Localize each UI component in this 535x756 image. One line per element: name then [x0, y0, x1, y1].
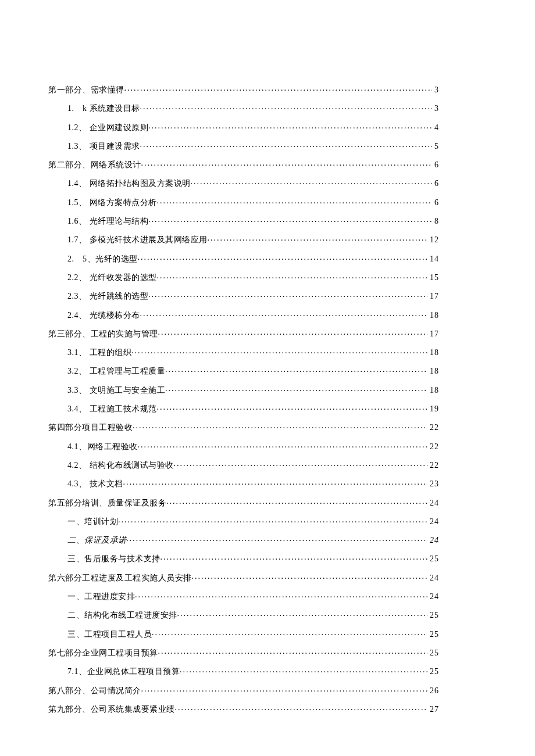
toc-leader-dots	[192, 572, 428, 581]
toc-entry-page: 18	[427, 311, 439, 320]
toc-entry: 二、结构化布线工程进度安排25	[48, 610, 439, 619]
toc-entry-label: 2.3、 光纤跳线的选型	[67, 292, 148, 300]
toc-entry: 3.1、 工程的组织18	[48, 347, 439, 357]
toc-leader-dots	[208, 234, 428, 242]
toc-leader-dots	[180, 666, 427, 674]
toc-entry-page: 25	[427, 555, 439, 563]
toc-entry-label: 2.2、 光纤收发器的选型	[67, 274, 157, 282]
toc-leader-dots	[123, 478, 428, 486]
toc-entry: 4.3、 技术文档23	[48, 478, 439, 488]
toc-entry-page: 8	[432, 217, 439, 225]
toc-leader-dots	[141, 685, 428, 693]
toc-leader-dots	[140, 103, 433, 111]
toc-leader-dots	[127, 535, 428, 543]
toc-entry-page: 25	[427, 611, 439, 619]
toc-leader-dots	[157, 197, 433, 205]
toc-entry-page: 19	[427, 405, 439, 413]
toc-entry: 一、培训计划24	[48, 516, 439, 526]
toc-entry-label: 第八部分、公司情况简介	[48, 687, 141, 695]
toc-entry-page: 3	[432, 86, 439, 94]
toc-entry: 二、保证及承诺24	[48, 535, 439, 544]
toc-leader-dots	[165, 385, 427, 393]
toc-entry-label: 3.4、 工程施工技术规范	[67, 405, 157, 413]
toc-leader-dots	[131, 347, 427, 355]
toc-entry-label: 2.4、 光缆楼栋分布	[67, 311, 140, 320]
toc-leader-dots	[166, 497, 427, 506]
toc-entry: 2. 5、光纤的选型14	[48, 253, 439, 263]
toc-entry-label: 二、结构化布线工程进度安排	[67, 611, 177, 619]
toc-leader-dots	[133, 422, 427, 430]
toc-entry-label: 3.1、 工程的组织	[67, 349, 131, 357]
toc-entry: 第六部分工程进度及工程实施人员安排24	[48, 572, 439, 582]
toc-entry-label: 4.3、 技术文档	[67, 480, 123, 488]
toc-entry-label: 第二部分、网络系统设计	[48, 161, 141, 169]
toc-entry-label: 第九部分、公司系统集成要紧业绩	[48, 705, 175, 714]
toc-entry-label: 一、工程进度安排	[67, 593, 135, 601]
toc-entry: 三、工程项目工程人员25	[48, 629, 439, 639]
toc-entry-page: 3	[432, 105, 439, 113]
toc-entry-page: 6	[432, 199, 439, 207]
toc-entry: 第九部分、公司系统集成要紧业绩27	[48, 704, 439, 714]
toc-entry-page: 23	[427, 480, 439, 488]
toc-entry-page: 18	[427, 349, 439, 357]
toc-entry-page: 24	[427, 518, 439, 526]
toc-leader-dots	[174, 460, 428, 468]
toc-entry-label: 4.2、 结构化布线测试与验收	[67, 461, 174, 470]
toc-entry-page: 22	[427, 443, 439, 451]
toc-entry-label: 3.2、 工程管理与工程质量	[67, 367, 165, 375]
toc-leader-dots	[152, 629, 427, 637]
toc-entry-page: 22	[427, 424, 439, 432]
toc-entry: 3.4、 工程施工技术规范19	[48, 403, 439, 413]
toc-entry: 3.2、 工程管理与工程质量18	[48, 366, 439, 375]
toc-entry: 第五部分培训、质量保证及服务24	[48, 497, 439, 507]
toc-leader-dots	[165, 366, 427, 374]
toc-entry: 第四部分项目工程验收22	[48, 422, 439, 432]
toc-entry: 第二部分、网络系统设计6	[48, 159, 439, 169]
toc-entry-label: 7.1、企业网总体工程项目预算	[67, 668, 180, 676]
toc-entry: 3.3、 文明施工与安全施工18	[48, 385, 439, 395]
toc-leader-dots	[140, 141, 433, 149]
toc-entry-page: 6	[432, 180, 439, 188]
toc-leader-dots	[148, 291, 427, 299]
toc-entry-label: 1.3、 项目建设需求	[67, 142, 140, 151]
toc-entry-label: 1.4、 网络拓扑结构图及方案说明	[67, 180, 191, 188]
toc-entry-page: 15	[427, 274, 439, 282]
toc-leader-dots	[140, 310, 428, 318]
toc-entry-label: 1.2、 企业网建设原则	[67, 124, 148, 132]
toc-entry: 三、售后服务与技术支持25	[48, 553, 439, 563]
toc-leader-dots	[138, 253, 428, 261]
toc-leader-dots	[148, 216, 432, 224]
toc-entry-label: 第四部分项目工程验收	[48, 424, 133, 432]
toc-entry-label: 第七部分企业网工程项目预算	[48, 649, 158, 657]
toc-entry-label: 1.6、 光纤理论与结构	[67, 217, 148, 225]
toc-leader-dots	[148, 122, 432, 130]
toc-entry-page: 25	[427, 630, 439, 639]
toc-entry: 2.2、 光纤收发器的选型15	[48, 272, 439, 282]
toc-entry-label: 第一部分、需求懂得	[48, 86, 124, 94]
toc-entry: 第七部分企业网工程项目预算25	[48, 647, 439, 657]
toc-leader-dots	[177, 610, 428, 618]
toc-entry: 7.1、企业网总体工程项目预算25	[48, 666, 439, 676]
toc-leader-dots	[175, 704, 428, 712]
toc-entry: 2.4、 光缆楼栋分布18	[48, 310, 439, 320]
toc-entry-page: 17	[427, 330, 439, 338]
toc-entry: 第一部分、需求懂得3	[48, 84, 439, 94]
toc-entry-label: 一、培训计划	[67, 518, 118, 526]
toc-entry-label: 二、保证及承诺	[67, 536, 127, 544]
toc-leader-dots	[158, 328, 428, 336]
toc-entry-page: 26	[427, 687, 439, 695]
toc-entry-page: 24	[427, 499, 439, 507]
toc-leader-dots	[157, 272, 428, 280]
toc-entry-label: 第六部分工程进度及工程实施人员安排	[48, 574, 192, 582]
toc-entry-label: 第五部分培训、质量保证及服务	[48, 499, 166, 507]
toc-entry-page: 22	[427, 461, 439, 470]
toc-entry-label: 1.5、 网络方案特点分析	[67, 199, 157, 207]
toc-entry-label: 1.7、 多模光纤技术进展及其网络应用	[67, 236, 208, 244]
toc-entry: 1.7、 多模光纤技术进展及其网络应用12	[48, 234, 439, 244]
toc-entry: 1.2、 企业网建设原则4	[48, 122, 439, 132]
toc-entry-label: 2. 5、光纤的选型	[67, 255, 138, 263]
toc-entry-page: 17	[427, 292, 439, 300]
toc-entry-page: 24	[427, 593, 439, 601]
toc-entry-page: 24	[427, 574, 439, 582]
toc-entry-page: 12	[427, 236, 439, 244]
